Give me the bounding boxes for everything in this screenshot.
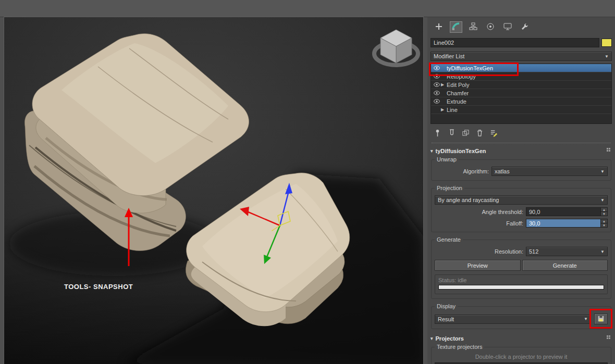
- falloff-field[interactable]: 30,0 ▲▼: [526, 219, 608, 228]
- unwrap-legend: Unwrap: [435, 156, 459, 162]
- command-panel: Modifier List ▼ tyDiffusionTexGen Retopo…: [427, 17, 615, 364]
- tab-create[interactable]: [433, 21, 445, 33]
- configure-modifier-sets-icon[interactable]: [490, 129, 498, 138]
- tab-motion[interactable]: [484, 21, 497, 33]
- chevron-down-icon: ▼: [600, 249, 605, 254]
- visibility-eye-icon[interactable]: [433, 66, 441, 70]
- angle-threshold-field[interactable]: 90,0 ▲▼: [526, 207, 608, 216]
- rollout-header-projectors[interactable]: ▾ Projectors: [431, 334, 612, 343]
- rollout-header-tydiffusiontexgen[interactable]: ▾ tyDiffusionTexGen: [431, 147, 612, 155]
- generate-legend: Generate: [435, 236, 463, 243]
- progress-bar: [438, 285, 604, 290]
- stack-item-label: tyDiffusionTexGen: [447, 65, 493, 71]
- generate-button[interactable]: Generate: [522, 260, 608, 271]
- visibility-eye-icon[interactable]: [433, 99, 441, 104]
- stack-item-edit-poly[interactable]: ▶ Edit Poly: [431, 81, 611, 89]
- command-panel-tabs: [431, 20, 612, 34]
- spinner-arrows-icon[interactable]: ▲▼: [600, 208, 607, 216]
- remove-modifier-icon[interactable]: [476, 129, 484, 138]
- chevron-down-icon: ▼: [600, 169, 605, 174]
- stack-item-extrude[interactable]: Extrude: [431, 97, 611, 106]
- stack-item-label: Retopology: [447, 73, 476, 80]
- viewport[interactable]: TOOLS- SNAPSHOT: [4, 17, 423, 364]
- rollout-title: tyDiffusionTexGen: [436, 148, 486, 154]
- unwrap-group: Unwrap Algorithm: xatlas ▼: [431, 156, 611, 181]
- display-group: Display Result ▼: [431, 303, 611, 329]
- stack-toolbar: [431, 129, 612, 138]
- display-legend: Display: [435, 303, 458, 309]
- viewport-scene: [4, 17, 423, 364]
- resolution-value: 512: [529, 248, 538, 255]
- chevron-down-icon: ▼: [600, 198, 605, 203]
- tab-hierarchy[interactable]: [467, 21, 479, 33]
- algorithm-value: xatlas: [495, 168, 510, 174]
- expand-triangle-icon[interactable]: ▶: [441, 82, 447, 87]
- modify-icon: [452, 22, 460, 32]
- modifier-list-label: Modifier List: [434, 53, 464, 59]
- show-end-result-icon[interactable]: [448, 129, 456, 138]
- chevron-down-icon: ▼: [584, 317, 588, 321]
- save-icon: [597, 315, 605, 323]
- projection-legend: Projection: [435, 185, 464, 191]
- stack-item-label: Line: [447, 107, 458, 113]
- rollout-grip-icon[interactable]: [607, 335, 612, 342]
- resolution-label: Resolution:: [435, 248, 523, 255]
- hierarchy-icon: [469, 22, 477, 32]
- object-color-swatch[interactable]: [601, 39, 612, 47]
- visibility-eye-icon[interactable]: [433, 82, 441, 87]
- status-box: Status: idle: [435, 274, 608, 294]
- plus-icon: [435, 22, 443, 32]
- rollout-open-icon: ▾: [431, 148, 433, 154]
- object-name-input[interactable]: [431, 38, 599, 47]
- display-result-value: Result: [438, 316, 454, 322]
- status-text: Status: idle: [438, 277, 604, 283]
- falloff-label: Falloff:: [435, 220, 523, 227]
- save-result-button[interactable]: [594, 313, 608, 324]
- pin-stack-icon[interactable]: [434, 129, 441, 138]
- display-icon: [503, 22, 512, 32]
- algorithm-label: Algorithm:: [435, 168, 489, 174]
- stack-item-tydiffusiontexgen[interactable]: tyDiffusionTexGen: [431, 64, 611, 72]
- main-toolbar-strip: [0, 0, 615, 17]
- algorithm-dropdown[interactable]: xatlas ▼: [491, 167, 608, 176]
- tab-display[interactable]: [501, 21, 514, 33]
- object-name-row: [431, 38, 612, 47]
- panel-separator: [432, 143, 611, 143]
- make-unique-icon[interactable]: [462, 129, 470, 138]
- chevron-down-icon: ▼: [605, 54, 609, 59]
- projection-group: Projection By angle and raycasting ▼ Ang…: [431, 185, 611, 232]
- stack-item-chamfer[interactable]: Chamfer: [431, 89, 611, 97]
- generate-group: Generate Resolution: 512 ▼ Preview Gener…: [431, 236, 611, 299]
- wrench-icon: [521, 22, 529, 32]
- texture-projectors-legend: Texture projectors: [435, 344, 484, 350]
- rollout-grip-icon[interactable]: [607, 148, 612, 154]
- visibility-eye-icon[interactable]: [433, 91, 441, 95]
- texture-projectors-group: Texture projectors Double-click a projec…: [431, 344, 611, 364]
- rollout-open-icon: ▾: [431, 336, 433, 341]
- expand-triangle-icon[interactable]: ▶: [441, 107, 447, 112]
- angle-threshold-value: 90,0: [529, 209, 540, 215]
- tab-modify[interactable]: [450, 21, 462, 33]
- preview-button[interactable]: Preview: [435, 260, 521, 271]
- display-result-dropdown[interactable]: Result ▼: [435, 315, 591, 324]
- modifier-stack: tyDiffusionTexGen Retopology ▶ Edit Poly…: [431, 64, 612, 124]
- stack-item-label: Chamfer: [447, 90, 469, 96]
- angle-threshold-label: Angle threshold:: [435, 209, 523, 215]
- visibility-eye-icon[interactable]: [433, 74, 441, 79]
- projection-mode-value: By angle and raycasting: [438, 197, 499, 203]
- stack-item-label: Edit Poly: [447, 82, 469, 88]
- annotation-label: TOOLS- SNAPSHOT: [64, 283, 133, 291]
- motion-icon: [486, 22, 495, 32]
- spinner-arrows-icon[interactable]: ▲▼: [600, 219, 607, 227]
- stack-item-label: Extrude: [447, 98, 466, 105]
- projection-mode-dropdown[interactable]: By angle and raycasting ▼: [435, 195, 608, 205]
- stack-item-line[interactable]: ▶ Line: [431, 106, 611, 114]
- tab-utilities[interactable]: [519, 21, 531, 33]
- modifier-list-dropdown[interactable]: Modifier List ▼: [431, 52, 612, 61]
- resolution-dropdown[interactable]: 512 ▼: [526, 247, 608, 256]
- falloff-value: 30,0: [529, 220, 540, 227]
- stack-item-retopology[interactable]: Retopology: [431, 72, 611, 81]
- rollout-title: Projectors: [436, 335, 464, 342]
- projector-hint: Double-click a projector to preview it: [435, 354, 608, 360]
